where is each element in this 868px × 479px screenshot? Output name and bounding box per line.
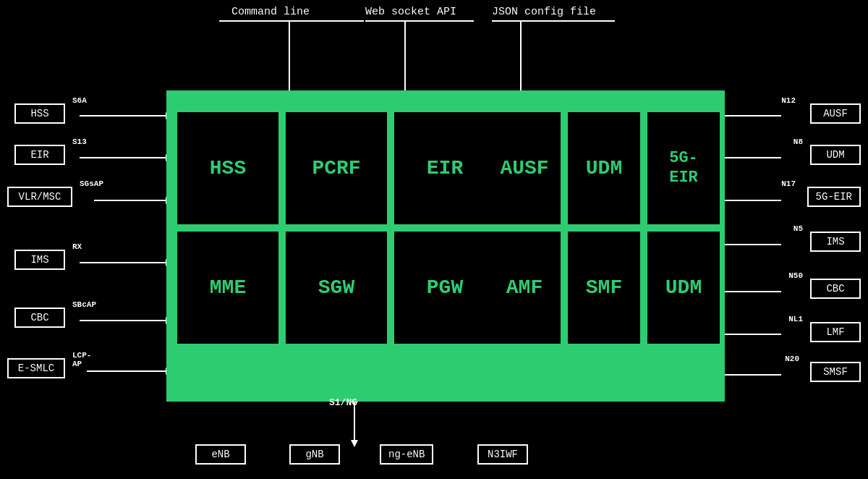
box-pcrf: PCRF	[286, 112, 387, 224]
right-node-5geir: N17 5G-EIR	[807, 187, 861, 207]
esmlc-interface: LCP-AP	[72, 351, 91, 368]
gnb-box: gNB	[289, 444, 340, 465]
lmf-interface: NL1	[788, 315, 803, 323]
left-node-eir: EIR S13	[14, 145, 65, 165]
eir-box: EIR	[14, 145, 65, 165]
box-ausf: AUSF	[488, 112, 561, 224]
box-sgw: SGW	[286, 232, 387, 344]
ausf-interface: N12	[781, 96, 796, 105]
cbc-interface: SBcAP	[72, 300, 96, 309]
smsf-box: SMSF	[810, 362, 861, 382]
enb-box: eNB	[195, 444, 246, 465]
udm-box: UDM	[810, 145, 861, 165]
ausf-box: AUSF	[810, 103, 861, 124]
n3iwf-box: N3IWF	[477, 444, 528, 465]
hss-box: HSS	[14, 103, 65, 124]
hss-interface: S6A	[72, 96, 87, 105]
cbc-box: CBC	[14, 308, 65, 328]
ngenb-box: ng-eNB	[380, 444, 433, 465]
left-node-cbc: CBC SBcAP	[14, 308, 65, 328]
ims-interface: RX	[72, 242, 82, 251]
main-green-box: HSS PCRF EIR MME SGW PGW AUSF UDM 5G-EIR…	[166, 90, 725, 402]
udm-interface: N8	[793, 137, 803, 146]
box-amf: AMF	[488, 232, 561, 344]
box-5geir: 5G-EIR	[647, 112, 720, 224]
left-node-ims: IMS RX	[14, 250, 65, 270]
ims-r-interface: N5	[793, 224, 803, 233]
bottom-node-gnb: gNB	[289, 444, 340, 465]
vlr-box: VLR/MSC	[7, 187, 72, 207]
lmf-box: LMF	[810, 322, 861, 342]
bottom-node-ngenb: ng-eNB	[380, 444, 433, 465]
cbc-r-box: CBC	[810, 279, 861, 299]
left-node-hss: HSS S6A	[14, 103, 65, 124]
ims-r-box: IMS	[810, 232, 861, 252]
websocket-hline	[365, 20, 474, 22]
box-mme: MME	[177, 232, 278, 344]
right-node-cbc: N50 CBC	[810, 279, 861, 299]
json-config-label: JSON config file	[492, 6, 596, 18]
vlr-interface: SGsAP	[80, 179, 103, 188]
esmlc-box: E-SMLC	[7, 358, 65, 378]
box-pgw: PGW	[394, 232, 495, 344]
5geir-interface: N17	[781, 179, 796, 188]
websocket-label: Web socket API	[365, 6, 456, 18]
box-hss: HSS	[177, 112, 278, 224]
right-node-ausf: N12 AUSF	[810, 103, 861, 124]
right-inner-grid: AUSF UDM 5G-EIR AMF SMF UDM	[488, 112, 720, 344]
box-smf: SMF	[568, 232, 640, 344]
cmd-line-hline	[219, 20, 364, 22]
left-inner-grid: HSS PCRF EIR MME SGW PGW	[177, 112, 495, 344]
json-hline	[492, 20, 615, 22]
right-node-smsf: N20 SMSF	[810, 362, 861, 382]
ims-box: IMS	[14, 250, 65, 270]
diagram: Command line Web socket API JSON config …	[0, 0, 868, 479]
svg-marker-31	[351, 440, 358, 447]
s1ng-label: S1/NG	[329, 397, 357, 408]
box-eir: EIR	[394, 112, 495, 224]
5geir-box: 5G-EIR	[807, 187, 861, 207]
left-node-esmlc: E-SMLC LCP-AP	[7, 358, 65, 378]
eir-interface: S13	[72, 137, 87, 146]
cbc-r-interface: N50	[788, 271, 803, 280]
cmd-line-label: Command line	[231, 6, 310, 18]
right-node-udm: N8 UDM	[810, 145, 861, 165]
bottom-node-n3iwf: N3IWF	[477, 444, 528, 465]
right-node-lmf: NL1 LMF	[810, 322, 861, 342]
box-udm: UDM	[568, 112, 640, 224]
box-udm2: UDM	[647, 232, 720, 344]
left-node-vlr: VLR/MSC SGsAP	[7, 187, 72, 207]
bottom-node-enb: eNB	[195, 444, 246, 465]
right-node-ims: N5 IMS	[810, 232, 861, 252]
smsf-interface: N20	[785, 355, 799, 363]
